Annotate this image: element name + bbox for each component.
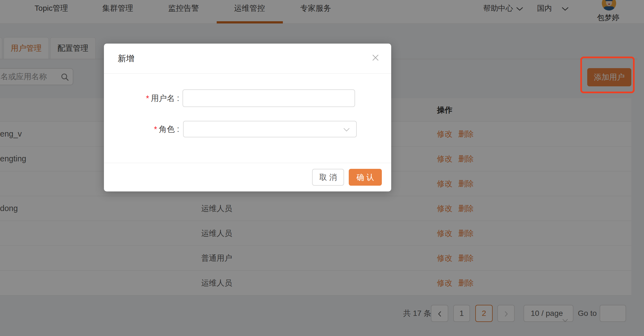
chevron-down-icon [343, 127, 350, 133]
close-icon[interactable] [371, 54, 380, 62]
cancel-button[interactable]: 取 消 [312, 169, 344, 186]
role-select[interactable] [183, 121, 357, 137]
add-user-modal: 新增 *用户名 : *角色 : 取 消 确 认 [104, 44, 391, 191]
app-root: Topic管理 集群管理 监控告警 运维管控 专家服务 帮助中心 国内 包梦婷 … [0, 0, 644, 336]
username-field[interactable] [183, 89, 355, 107]
modal-title: 新增 [118, 53, 134, 64]
required-mark: * [146, 94, 149, 103]
click-target-annotation [580, 57, 635, 93]
required-mark: * [154, 125, 157, 134]
modal-footer-divider [104, 163, 391, 163]
modal-header-divider [104, 73, 391, 74]
username-field-label: *用户名 : [104, 89, 179, 107]
role-field-label: *角色 : [104, 121, 179, 137]
confirm-button[interactable]: 确 认 [349, 169, 382, 186]
